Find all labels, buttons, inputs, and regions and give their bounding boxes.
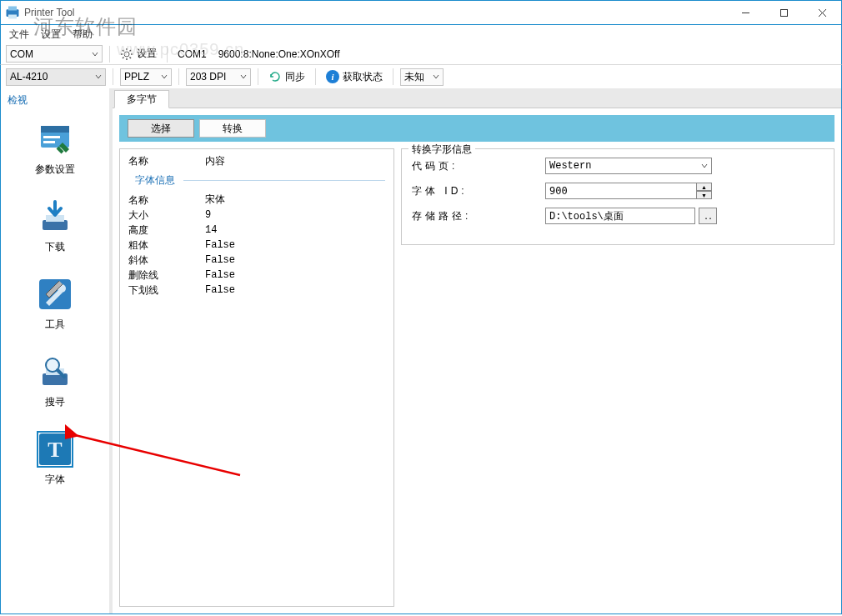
chevron-down-icon <box>161 71 168 83</box>
search-icon <box>37 353 73 390</box>
main-area: 检视 参数设置 下载 工具 <box>0 88 842 614</box>
svg-rect-1 <box>8 7 17 11</box>
separator <box>393 68 393 85</box>
titlebar: Printer Tool <box>0 0 842 25</box>
minimize-button[interactable] <box>726 1 764 24</box>
menu-file[interactable]: 文件 <box>9 28 29 42</box>
window-title: Printer Tool <box>24 7 74 18</box>
path-input[interactable]: D:\tools\桌面 <box>545 208 695 224</box>
svg-rect-17 <box>41 126 69 133</box>
toolbar-connection: COM 设置 COM1 9600:8:None:One:XOnXOff <box>0 43 842 65</box>
col-name: 名称 <box>128 154 205 168</box>
separator <box>258 68 258 85</box>
row-key: 粗体 <box>128 238 205 253</box>
model-value: AL-4210 <box>10 71 48 83</box>
svg-text:T: T <box>48 438 62 462</box>
codepage-value: Western <box>549 160 701 172</box>
get-status-label: 获取状态 <box>343 70 383 84</box>
chevron-down-icon <box>95 71 102 83</box>
svg-point-7 <box>124 52 129 57</box>
tabstrip: 多字节 <box>113 88 841 108</box>
table-row: 下划线False <box>128 283 385 298</box>
svg-rect-2 <box>8 15 17 19</box>
row-value: False <box>205 253 235 268</box>
sidebar-header: 检视 <box>1 88 109 113</box>
path-label: 存储路径: <box>412 209 545 223</box>
table-row: 大小9 <box>128 208 385 223</box>
separator <box>178 68 179 85</box>
fieldset-legend: 转换字形信息 <box>408 143 475 157</box>
chevron-down-icon <box>701 163 708 169</box>
convert-fieldset: 转换字形信息 代码页: Western 字体 ID: <box>401 148 834 245</box>
action-bar: 选择 转换 <box>119 115 834 142</box>
table-row: 粗体False <box>128 238 385 253</box>
svg-line-15 <box>130 50 132 52</box>
toolbar-printer: AL-4210 PPLZ 203 DPI 同步 i 获取状态 未知 <box>0 65 842 88</box>
col-value: 内容 <box>205 154 225 168</box>
status-combo[interactable]: 未知 <box>400 68 444 86</box>
fontid-label: 字体 ID: <box>412 184 545 198</box>
convert-button[interactable]: 转换 <box>199 119 266 138</box>
section-title: 字体信息 <box>135 173 385 188</box>
svg-rect-18 <box>43 136 60 138</box>
tab-multibyte[interactable]: 多字节 <box>114 90 169 108</box>
row-key: 下划线 <box>128 283 205 298</box>
sidebar-label: 搜寻 <box>45 395 65 409</box>
row-key: 高度 <box>128 223 205 238</box>
menubar: 文件 设置 帮助 <box>0 25 842 43</box>
content-area: 多字节 选择 转换 名称 内容 字体信息 名称宋体大小9高度14粗体False斜… <box>113 88 841 613</box>
sidebar-label: 工具 <box>45 318 65 332</box>
sidebar-label: 字体 <box>45 473 65 487</box>
close-button[interactable] <box>803 1 841 24</box>
language-combo[interactable]: PPLZ <box>120 68 172 86</box>
fontid-spinner[interactable]: 900 ▲ ▼ <box>545 183 720 199</box>
svg-line-12 <box>123 50 124 52</box>
row-value: 14 <box>205 223 217 238</box>
menu-help[interactable]: 帮助 <box>73 28 93 42</box>
row-value: 宋体 <box>205 193 225 208</box>
row-key: 名称 <box>128 193 205 208</box>
port-name: COM1 <box>178 48 207 60</box>
select-button[interactable]: 选择 <box>128 119 194 138</box>
row-key: 删除线 <box>128 268 205 283</box>
sidebar-item-font[interactable]: T 字体 <box>18 431 93 487</box>
separator <box>315 68 316 85</box>
gear-icon <box>120 48 133 61</box>
refresh-icon <box>268 70 282 83</box>
port-combo[interactable]: COM <box>6 45 103 63</box>
sidebar-label: 参数设置 <box>35 163 75 177</box>
separator <box>113 68 113 85</box>
settings-button[interactable]: 设置 <box>117 45 160 63</box>
fontid-value: 900 <box>549 185 568 197</box>
codepage-label: 代码页: <box>412 159 545 173</box>
row-key: 斜体 <box>128 253 205 268</box>
row-key: 大小 <box>128 208 205 223</box>
separator <box>167 46 168 63</box>
chevron-down-icon <box>92 48 98 60</box>
table-row: 删除线False <box>128 268 385 283</box>
menu-settings[interactable]: 设置 <box>41 28 61 42</box>
sidebar-item-params[interactable]: 参数设置 <box>18 121 93 177</box>
convert-panel: 转换字形信息 代码页: Western 字体 ID: <box>401 148 834 607</box>
status-value: 未知 <box>404 70 424 84</box>
spin-up[interactable]: ▲ <box>697 183 712 191</box>
model-combo[interactable]: AL-4210 <box>6 68 106 86</box>
sync-button[interactable]: 同步 <box>265 68 308 86</box>
row-value: False <box>205 238 235 253</box>
download-icon <box>37 198 73 235</box>
maximize-button[interactable] <box>764 1 803 24</box>
get-status-button[interactable]: i 获取状态 <box>323 68 386 86</box>
dpi-combo[interactable]: 203 DPI <box>186 68 251 86</box>
sidebar-item-download[interactable]: 下载 <box>18 198 93 254</box>
sidebar-item-tools[interactable]: 工具 <box>18 276 93 332</box>
section-label: 字体信息 <box>135 174 175 186</box>
table-row: 斜体False <box>128 253 385 268</box>
spin-down[interactable]: ▼ <box>697 191 712 199</box>
codepage-select[interactable]: Western <box>545 158 712 174</box>
font-info-panel: 名称 内容 字体信息 名称宋体大小9高度14粗体False斜体False删除线F… <box>119 148 394 607</box>
row-value: False <box>205 283 235 298</box>
browse-button[interactable]: .. <box>699 208 717 224</box>
svg-rect-19 <box>43 141 55 143</box>
sidebar-item-search[interactable]: 搜寻 <box>18 353 93 409</box>
svg-line-13 <box>130 57 132 58</box>
